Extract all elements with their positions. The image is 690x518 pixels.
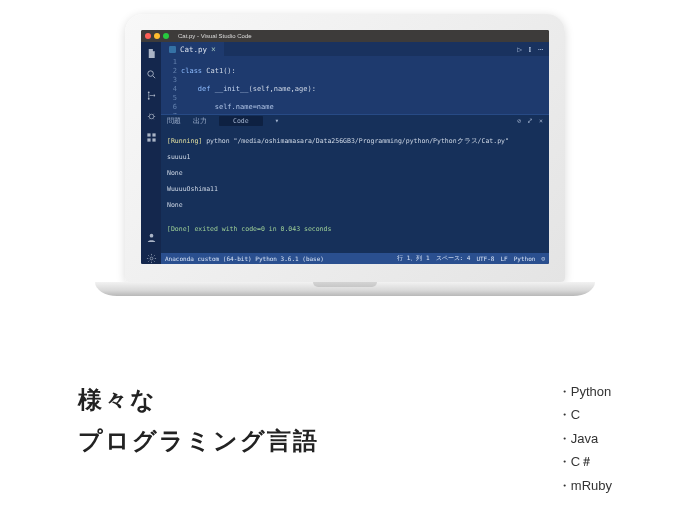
list-item: mRuby [558,474,612,497]
status-cursor[interactable]: 行 1、列 1 [397,254,429,263]
laptop-base [95,282,595,296]
terminal-tabs: 問題 出力 Code ▾ ⊘ ⤢ × [161,115,549,127]
language-list: Python C Java C＃ mRuby [558,380,612,497]
status-interpreter[interactable]: Anaconda custom (64-bit) Python 3.6.1 (b… [165,255,324,262]
maximize-icon[interactable] [163,33,169,39]
activity-bar [141,42,161,264]
svg-point-1 [147,91,149,93]
list-item: C [558,403,612,426]
list-item: Python [558,380,612,403]
laptop-screen: Cat.py - Visual Studio Code [141,30,549,264]
vscode-window: Cat.py × ▷ ⫿ ⋯ 1 2 3 [141,42,549,264]
laptop-mockup: Cat.py - Visual Studio Code [125,14,565,296]
status-eol[interactable]: LF [500,255,507,262]
clear-icon[interactable]: ⊘ [517,117,521,125]
lock-icon[interactable]: ⤢ [527,117,533,125]
minimize-icon[interactable] [154,33,160,39]
terminal-output: [Running] python "/media/oshimamasara/Da… [161,127,549,253]
svg-rect-8 [152,138,155,141]
tab-filename: Cat.py [180,45,207,54]
svg-point-9 [149,234,153,238]
gear-icon[interactable] [146,253,157,264]
run-icon[interactable]: ▷ [517,45,522,54]
close-panel-icon[interactable]: × [539,117,543,125]
code-content: class Cat1(): def __init__(self,name,age… [181,56,354,114]
chevron-down-icon[interactable]: ▾ [275,117,279,125]
svg-point-3 [153,95,155,97]
code-editor[interactable]: 1 2 3 4 5 6 7 8 9 10 11 12 [161,56,549,114]
tab-cat-py[interactable]: Cat.py × [161,42,224,56]
terminal-dropdown[interactable]: Code [219,116,263,126]
extensions-icon[interactable] [146,132,157,143]
list-item: C＃ [558,450,612,473]
line-gutter: 1 2 3 4 5 6 7 8 9 10 11 12 [161,56,181,114]
svg-point-2 [147,98,149,100]
terminal-panel: 問題 出力 Code ▾ ⊘ ⤢ × [Running] python "/me… [161,114,549,253]
svg-rect-5 [147,133,150,136]
split-editor-icon[interactable]: ⫿ [528,45,532,54]
svg-rect-7 [147,138,150,141]
close-icon[interactable]: × [211,45,216,54]
svg-rect-6 [152,133,155,136]
terminal-tab-problems[interactable]: 問題 [167,117,181,126]
source-control-icon[interactable] [146,90,157,101]
window-title: Cat.py - Visual Studio Code [178,33,252,39]
status-lang[interactable]: Python [514,255,536,262]
terminal-tab-output[interactable]: 出力 [193,117,207,126]
svg-rect-11 [169,46,176,53]
svg-point-0 [147,71,153,77]
more-icon[interactable]: ⋯ [538,45,543,54]
window-titlebar: Cat.py - Visual Studio Code [141,30,549,42]
svg-point-10 [150,257,153,260]
editor-tabbar: Cat.py × ▷ ⫿ ⋯ [161,42,549,56]
laptop-notch [313,282,377,287]
search-icon[interactable] [146,69,157,80]
status-bar: Anaconda custom (64-bit) Python 3.6.1 (b… [161,253,549,264]
debug-icon[interactable] [146,111,157,122]
account-icon[interactable] [146,232,157,243]
list-item: Java [558,427,612,450]
status-spaces[interactable]: スペース: 4 [436,254,471,263]
files-icon[interactable] [146,48,157,59]
editor-area: Cat.py × ▷ ⫿ ⋯ 1 2 3 [161,42,549,264]
caption-heading: 様々な プログラミング言語 [78,380,319,462]
status-feedback-icon[interactable]: ☺ [541,255,545,262]
status-encoding[interactable]: UTF-8 [476,255,494,262]
caption-section: 様々な プログラミング言語 Python C Java C＃ mRuby [78,380,612,497]
close-icon[interactable] [145,33,151,39]
python-file-icon [169,46,176,53]
laptop-bezel: Cat.py - Visual Studio Code [125,14,565,282]
